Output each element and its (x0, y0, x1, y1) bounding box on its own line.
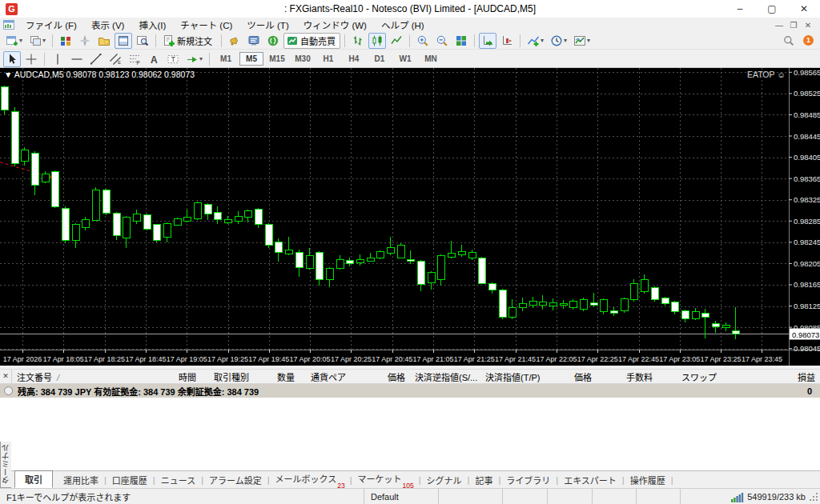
column-header-6[interactable]: 決済逆指値(S/... (410, 370, 480, 383)
text-tool[interactable]: A (145, 51, 163, 67)
shapes-tool[interactable]: ▾ (183, 51, 205, 67)
terminal-side-tab[interactable]: ターミナル (0, 442, 11, 488)
profiles-button[interactable]: ▾ (26, 33, 48, 49)
auto-scroll-button[interactable] (479, 33, 496, 49)
terminal-tab-6[interactable]: マーケット105 (352, 472, 419, 486)
text-label-tool[interactable]: T (164, 51, 182, 67)
column-header-0[interactable]: 注文番号/ (12, 370, 145, 383)
zoom-out-button[interactable] (433, 33, 451, 49)
menu-item-6[interactable]: ヘルプ (H) (374, 18, 432, 31)
status-help-text: F1キーでヘルプが表示されます (0, 489, 364, 504)
timeframe-M30[interactable]: M30 (291, 52, 315, 66)
column-header-9[interactable]: 手数料 (597, 370, 657, 383)
status-profile[interactable]: Default (364, 489, 439, 504)
panel-close-icon[interactable]: ✕ (0, 370, 12, 383)
chevron-down-icon[interactable]: ▾ (541, 37, 544, 44)
terminal-tab-9[interactable]: ライブラリ (500, 474, 556, 486)
candlestick-mode-button[interactable] (368, 33, 386, 49)
terminal-tab-1[interactable]: 運用比率 (58, 474, 104, 486)
autotrading-button[interactable]: 自動売買 (283, 33, 340, 49)
terminal-tab-2[interactable]: 口座履歴 (107, 474, 153, 486)
indicators-button[interactable]: ▾ (525, 33, 546, 49)
notification-badge[interactable]: 1 (803, 35, 814, 46)
tile-windows-button[interactable] (452, 33, 470, 49)
mdi-control-0[interactable]: — (772, 21, 786, 30)
maximize-button[interactable]: ▢ (756, 0, 788, 18)
column-header-10[interactable]: スワップ (657, 370, 722, 383)
menu-items: ファイル (F)表示 (V)挿入(I)チャート (C)ツール (T)ウィンドウ … (18, 18, 432, 31)
timeframe-W1[interactable]: W1 (393, 52, 417, 66)
horizontal-line-tool[interactable] (68, 51, 86, 67)
timeframe-MN[interactable]: MN (419, 52, 443, 66)
terminal-tab-3[interactable]: ニュース (155, 474, 201, 486)
megaphone-icon[interactable] (226, 33, 243, 49)
terminal-tab-0[interactable]: 取引 (14, 470, 53, 488)
chevron-down-icon[interactable]: ▾ (42, 37, 46, 44)
statusbar-cell-4 (637, 489, 681, 504)
mdi-control-2[interactable]: ✕ (801, 21, 815, 30)
trendline-tool[interactable] (87, 51, 105, 67)
terminal-tab-7[interactable]: シグナル (421, 474, 468, 486)
column-header-1[interactable]: 時間 (145, 370, 201, 383)
menu-item-1[interactable]: 表示 (V) (84, 18, 132, 31)
terminal-tab-10[interactable]: エキスパート (558, 474, 622, 486)
column-header-4[interactable]: 通貨ペア (299, 370, 351, 383)
price-chart[interactable]: 0.985650.985250.984850.984450.984050.983… (0, 68, 820, 366)
mql5-signal-icon[interactable] (264, 33, 282, 49)
templates-button[interactable]: ▾ (571, 33, 593, 49)
timeframe-H1[interactable]: H1 (316, 52, 340, 66)
market-watch-button[interactable] (57, 33, 74, 49)
metaeditor-button[interactable] (245, 33, 263, 49)
terminal-tab-4[interactable]: アラーム設定 (203, 474, 267, 486)
timeframe-M15[interactable]: M15 (265, 52, 289, 66)
search-icon[interactable] (780, 33, 798, 49)
svg-text:17 Apr 22:45: 17 Apr 22:45 (618, 355, 659, 363)
favorites-button[interactable] (95, 33, 113, 49)
terminal-tab-11[interactable]: 操作履歴 (625, 474, 671, 486)
navigator-button[interactable] (76, 33, 94, 49)
chevron-down-icon[interactable]: ▾ (564, 37, 567, 44)
strategy-tester-button[interactable] (134, 33, 151, 49)
fibonacci-tool[interactable]: F (126, 51, 143, 67)
chevron-down-icon[interactable]: ▾ (199, 55, 203, 62)
mdi-control-1[interactable]: ❐ (786, 21, 801, 30)
svg-text:0.98245: 0.98245 (794, 238, 820, 246)
column-header-7[interactable]: 決済指値(T/P) (480, 370, 557, 383)
timeframe-M1[interactable]: M1 (214, 52, 238, 66)
column-header-5[interactable]: 価格 (351, 370, 410, 383)
timeframe-H4[interactable]: H4 (342, 52, 366, 66)
terminal-tab-5[interactable]: メールボックス23 (270, 472, 350, 486)
column-header-3[interactable]: 数量 (254, 370, 299, 383)
menu-item-3[interactable]: チャート (C) (173, 18, 239, 31)
toolbar-separator (221, 34, 222, 47)
svg-text:17 Apr 21:45: 17 Apr 21:45 (495, 355, 536, 363)
column-header-8[interactable]: 価格 (557, 370, 597, 383)
chevron-down-icon[interactable]: ▾ (19, 37, 22, 44)
menu-item-4[interactable]: ツール (T) (239, 18, 295, 31)
timeframe-M5[interactable]: M5 (239, 52, 263, 66)
minimize-button[interactable]: – (724, 0, 756, 18)
menu-item-0[interactable]: ファイル (F) (18, 18, 84, 31)
close-button[interactable]: ✕ (788, 0, 820, 18)
bar-chart-mode-button[interactable] (349, 33, 367, 49)
new-order-button[interactable]: 新規注文 (160, 33, 217, 49)
resize-grip[interactable] (809, 492, 818, 502)
menu-item-5[interactable]: ウィンドウ (W) (296, 18, 374, 31)
zoom-in-button[interactable] (414, 33, 432, 49)
vertical-line-tool[interactable] (49, 51, 66, 67)
column-header-11[interactable]: 損益 (722, 370, 820, 383)
orders-list-empty[interactable] (0, 398, 820, 470)
column-header-2[interactable]: 取引種別 (201, 370, 254, 383)
chart-shift-button[interactable] (498, 33, 516, 49)
crosshair-tool-button[interactable] (22, 51, 40, 67)
chevron-down-icon[interactable]: ▾ (587, 37, 590, 44)
terminal-tab-8[interactable]: 記事 (469, 474, 498, 486)
periods-button[interactable]: ▾ (548, 33, 569, 49)
new-chart-button[interactable]: ▾ (3, 33, 25, 49)
menu-item-2[interactable]: 挿入(I) (131, 18, 173, 31)
cursor-tool-button[interactable] (3, 51, 21, 67)
terminal-panel-button[interactable] (115, 33, 132, 49)
line-chart-mode-button[interactable] (388, 33, 405, 49)
channel-tool[interactable]: E (107, 51, 124, 67)
timeframe-D1[interactable]: D1 (368, 52, 392, 66)
